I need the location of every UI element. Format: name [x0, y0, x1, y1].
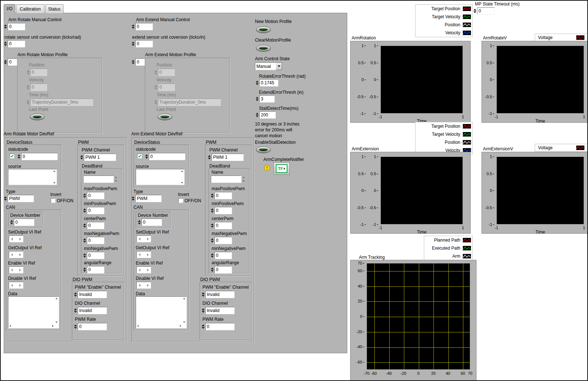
increment-decrement-arrows[interactable]: [255, 95, 259, 103]
scroll-right-icon[interactable]: [180, 325, 181, 327]
setoutput-vi-ref[interactable]: [9, 235, 23, 242]
pwm-enable-channel-ring[interactable]: Invalid: [201, 291, 235, 298]
time-input[interactable]: TrajectoryDuration_0ms: [26, 99, 93, 106]
increment-decrement-arrows[interactable]: [26, 69, 30, 76]
legend-item[interactable]: Target Position: [415, 5, 472, 13]
scroll-left-icon[interactable]: [9, 325, 11, 327]
increment-decrement-arrows[interactable]: [210, 192, 214, 199]
value-field[interactable]: 0: [158, 84, 175, 91]
arm-extend-manual-input[interactable]: 0: [131, 23, 153, 30]
source-textarea[interactable]: [8, 169, 57, 185]
angular-range-input[interactable]: 0: [82, 266, 104, 273]
increment-decrement-arrows[interactable]: [82, 252, 87, 259]
code-input[interactable]: 0: [17, 153, 58, 160]
data-textarea[interactable]: [136, 296, 187, 328]
legend-item[interactable]: Position: [415, 21, 472, 29]
tab-status[interactable]: Status: [45, 4, 63, 13]
name-input[interactable]: [83, 176, 118, 183]
plot-area[interactable]: [380, 46, 463, 113]
value-field[interactable]: 0: [87, 207, 104, 214]
selected-value[interactable]: Manual: [255, 62, 276, 70]
status-checkbox[interactable]: [137, 154, 142, 158]
pwm-channel-ring[interactable]: PWM 1: [207, 154, 244, 161]
tab-io[interactable]: I/O: [4, 4, 15, 13]
voltage-legend[interactable]: Voltage: [535, 34, 588, 42]
scroll-down-icon[interactable]: [55, 322, 58, 323]
center-pwm-input[interactable]: 0: [82, 222, 104, 229]
value-field[interactable]: 0: [214, 266, 232, 273]
extend-conversion-input[interactable]: 0: [131, 40, 153, 47]
increment-decrement-arrows[interactable]: [3, 23, 8, 30]
value-field[interactable]: 0: [477, 7, 495, 15]
value-field[interactable]: 0: [214, 207, 232, 214]
mp-timeout-input[interactable]: 0: [473, 7, 495, 15]
rotate-error-thresh-input[interactable]: 0.1745: [255, 79, 278, 86]
enable-vi-ref[interactable]: [9, 266, 23, 273]
notifier-refnum-icon[interactable]: TF: [274, 162, 290, 175]
min-negative-pwm-input[interactable]: 0: [210, 252, 232, 259]
max-positive-pwm-input[interactable]: 0: [82, 192, 104, 199]
value-field[interactable]: 0: [205, 323, 235, 330]
increment-decrement-arrows[interactable]: [255, 111, 259, 119]
value-field[interactable]: 0: [149, 153, 185, 160]
value-field[interactable]: PWM: [8, 195, 34, 202]
value-field[interactable]: 0: [135, 23, 153, 30]
dio-channel-ring[interactable]: Invalid: [201, 307, 235, 314]
value-field[interactable]: PWM: [135, 195, 162, 202]
scroll-left-icon[interactable]: [137, 325, 139, 327]
increment-decrement-arrows[interactable]: [144, 153, 149, 160]
increment-decrement-arrows[interactable]: [73, 291, 78, 298]
arm-control-state-dropdown[interactable]: Manual: [255, 62, 282, 70]
plot-area[interactable]: [380, 157, 463, 224]
value-field[interactable]: 0: [87, 237, 104, 244]
increment-decrement-arrows[interactable]: [201, 323, 205, 330]
value-field[interactable]: TrajectoryDuration_0ms: [158, 99, 221, 106]
device-number-input[interactable]: 0: [9, 219, 34, 226]
increment-decrement-arrows[interactable]: [3, 195, 8, 202]
device-number-input[interactable]: 0: [137, 219, 162, 226]
increment-decrement-arrows[interactable]: [82, 266, 87, 273]
value-field[interactable]: 0: [21, 153, 58, 160]
value-field[interactable]: Invalid: [205, 307, 235, 314]
last-point-toggle-button[interactable]: [30, 113, 45, 120]
position-input[interactable]: 0: [26, 69, 47, 76]
increment-decrement-arrows[interactable]: [73, 323, 78, 330]
scrollbar[interactable]: [114, 176, 118, 183]
clear-motion-profile-button[interactable]: [256, 45, 271, 51]
legend-item[interactable]: Executed Path: [424, 244, 472, 252]
increment-decrement-arrows[interactable]: [82, 192, 87, 199]
value-field[interactable]: 0: [158, 69, 175, 76]
scroll-up-icon[interactable]: [181, 170, 183, 172]
new-motion-profile-button[interactable]: [256, 26, 271, 33]
scroll-down-icon[interactable]: [243, 180, 245, 182]
value-field[interactable]: 0: [30, 84, 47, 91]
data-textarea[interactable]: [8, 296, 59, 328]
type-ring[interactable]: PWM: [3, 195, 34, 202]
increment-decrement-arrows[interactable]: [210, 237, 214, 244]
value-field[interactable]: 0: [135, 58, 145, 66]
scroll-down-icon[interactable]: [115, 180, 117, 182]
dio-channel-ring[interactable]: Invalid: [73, 307, 107, 314]
plot-area[interactable]: [367, 263, 470, 370]
value-field[interactable]: 0: [87, 266, 104, 273]
value-field[interactable]: 0: [8, 23, 25, 30]
scroll-up-icon[interactable]: [55, 298, 58, 299]
pwm-rate-input[interactable]: 0: [73, 323, 107, 330]
type-ring[interactable]: PWM: [131, 195, 162, 202]
increment-decrement-arrows[interactable]: [154, 84, 158, 91]
stall-detect-time-input[interactable]: 200: [255, 111, 276, 119]
increment-decrement-arrows[interactable]: [131, 195, 135, 202]
value-field[interactable]: PWM 1: [212, 154, 244, 161]
increment-decrement-arrows[interactable]: [201, 307, 205, 314]
value-field[interactable]: 0: [214, 252, 232, 259]
increment-decrement-arrows[interactable]: [201, 291, 205, 298]
value-field[interactable]: TrajectoryDuration_0ms: [30, 99, 93, 106]
increment-decrement-arrows[interactable]: [154, 99, 158, 106]
plot-area[interactable]: [496, 46, 584, 113]
value-field[interactable]: 0: [214, 237, 232, 244]
increment-decrement-arrows[interactable]: [255, 79, 259, 86]
value-field[interactable]: 0: [87, 222, 104, 229]
legend-item[interactable]: Arm: [424, 252, 472, 260]
getoutput-vi-ref[interactable]: [136, 251, 151, 258]
value-field[interactable]: 0.1745: [259, 79, 278, 86]
